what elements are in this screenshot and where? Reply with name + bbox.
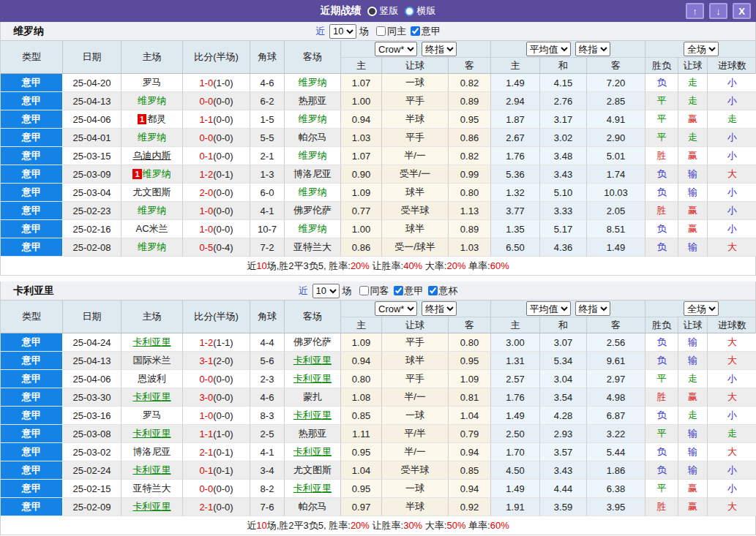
away-team-cell[interactable]: 卡利亚里 [285,370,341,388]
radio-unselected-icon[interactable] [405,7,414,16]
away-team-cell[interactable]: 博洛尼亚 [285,165,341,184]
move-down-button[interactable]: ↓ [709,3,727,19]
home-team-cell[interactable]: 恩波利 [121,370,183,388]
away-team-cell[interactable]: 卡利亚里 [285,407,341,425]
average-index-select[interactable]: 终指 [575,301,610,316]
filter-checkbox[interactable] [394,286,403,295]
home-team-cell[interactable]: 维罗纳 [121,129,183,147]
halftime-score: (0-1) [213,465,233,476]
scope-select[interactable]: 全场 [684,301,719,316]
odds-cell: 半球 [382,110,449,129]
filter-checkbox-item[interactable]: 意杯 [428,284,458,298]
home-team-cell[interactable]: 亚特兰大 [121,480,183,498]
filter-checkbox[interactable] [428,286,438,295]
home-team-cell[interactable]: 博洛尼亚 [121,443,183,461]
date-cell: 25-04-06 [63,110,121,129]
home-team-cell[interactable]: 国际米兰 [121,352,183,370]
home-team-cell[interactable]: 维罗纳 [121,202,183,220]
column-header-date: 日期 [63,301,121,333]
league-cell: 意甲 [1,74,63,92]
checkbox-label: 同主 [387,25,406,38]
result-cell: 输 [678,352,708,370]
odds-index-select[interactable]: 终指 [422,42,457,56]
away-team-cell[interactable]: 佛罗伦萨 [285,333,341,352]
avg-odds-cell: 4.15 [540,74,587,92]
away-team-cell[interactable]: 帕尔马 [285,498,341,516]
close-button[interactable]: X [733,3,751,19]
odds-index-select[interactable]: 终指 [422,301,457,316]
odds-cell: 0.82 [449,147,491,165]
away-team-cell[interactable]: 维罗纳 [285,74,341,92]
home-team-cell[interactable]: 罗马 [121,74,183,92]
odds-cell: 1.03 [341,129,382,147]
filter-checkbox[interactable] [411,26,420,36]
away-team-cell[interactable]: 维罗纳 [285,110,341,129]
avg-odds-cell: 1.91 [491,498,540,516]
recent-count-select[interactable]: 10 [329,24,356,39]
recent-count-select[interactable]: 10 [312,284,340,298]
filter-checkbox[interactable] [376,26,386,36]
home-team-cell[interactable]: 卡利亚里 [121,388,183,407]
home-team-cell[interactable]: 乌迪内斯 [121,147,183,165]
radio-vertical-layout[interactable]: 竖版 [367,4,399,18]
avg-odds-cell: 2.76 [540,92,587,110]
league-cell: 意甲 [1,443,63,461]
odds-company-select[interactable]: Crow* [375,42,417,56]
red-card-badge: 1 [138,114,146,124]
average-select[interactable]: 平均值 [526,42,571,56]
games-label: 场 [359,25,369,38]
away-team-cell[interactable]: 卡利亚里 [285,443,341,461]
column-header-away: 客场 [285,301,341,333]
home-team-cell[interactable]: 尤文图斯 [121,184,183,202]
away-team-cell[interactable]: 卡利亚里 [285,480,341,498]
filter-checkbox[interactable] [359,286,369,295]
home-team-cell[interactable]: 1都灵 [121,110,183,129]
corners-cell: 10-7 [250,220,285,238]
radio-horizontal-layout[interactable]: 横版 [405,4,436,18]
move-up-button[interactable]: ↑ [686,3,704,19]
away-team-cell[interactable]: 蒙扎 [285,388,341,407]
away-team-cell[interactable]: 热那亚 [285,425,341,443]
home-team-cell[interactable]: 卡利亚里 [121,461,183,480]
filter-checkboxes: 同主意甲 [372,25,441,38]
team-link-text: 佛罗伦萨 [293,336,332,349]
avg-odds-cell: 1.49 [587,238,645,257]
away-team-cell[interactable]: 尤文图斯 [285,461,341,480]
filter-checkbox-item[interactable]: 意甲 [394,284,424,298]
filter-checkbox-item[interactable]: 意甲 [411,25,441,38]
result-cell: 小 [708,129,756,147]
away-team-cell[interactable]: 亚特兰大 [285,238,341,257]
home-team-cell[interactable]: 维罗纳 [121,92,183,110]
home-team-cell[interactable]: 罗马 [121,407,183,425]
away-team-cell[interactable]: 维罗纳 [285,184,341,202]
subheader-avg-draw: 和 [540,317,587,333]
home-team-cell[interactable]: 卡利亚里 [121,425,183,443]
filter-checkbox-item[interactable]: 同主 [376,25,406,38]
home-team-cell[interactable]: 1维罗纳 [121,165,183,184]
radio-selected-icon[interactable] [367,7,377,16]
score-cell: 3-0(0-0) [183,388,250,407]
avg-odds-cell: 3.00 [491,333,540,352]
away-team-cell[interactable]: 热那亚 [285,92,341,110]
halftime-score: (0-0) [213,410,233,421]
away-team-cell[interactable]: 维罗纳 [285,220,341,238]
average-select[interactable]: 平均值 [526,301,571,316]
odds-company-select[interactable]: Crow* [375,301,417,316]
away-team-cell[interactable]: 帕尔马 [285,129,341,147]
away-team-cell[interactable]: 佛罗伦萨 [285,202,341,220]
away-team-cell[interactable]: 维罗纳 [285,147,341,165]
avg-odds-cell: 10.03 [587,184,645,202]
corners-cell: 7-6 [250,498,285,516]
league-cell: 意甲 [1,238,63,257]
average-index-select[interactable]: 终指 [575,42,610,56]
team-link-text: 维罗纳 [138,204,166,217]
window-title: 近期战绩 [321,4,362,18]
home-team-cell[interactable]: 维罗纳 [121,238,183,257]
home-team-cell[interactable]: 卡利亚里 [121,333,183,352]
avg-odds-cell: 3.95 [587,498,645,516]
scope-select[interactable]: 全场 [684,42,719,56]
home-team-cell[interactable]: 卡利亚里 [121,498,183,516]
away-team-cell[interactable]: 卡利亚里 [285,352,341,370]
home-team-cell[interactable]: AC米兰 [121,220,183,238]
filter-checkbox-item[interactable]: 同客 [359,284,389,298]
